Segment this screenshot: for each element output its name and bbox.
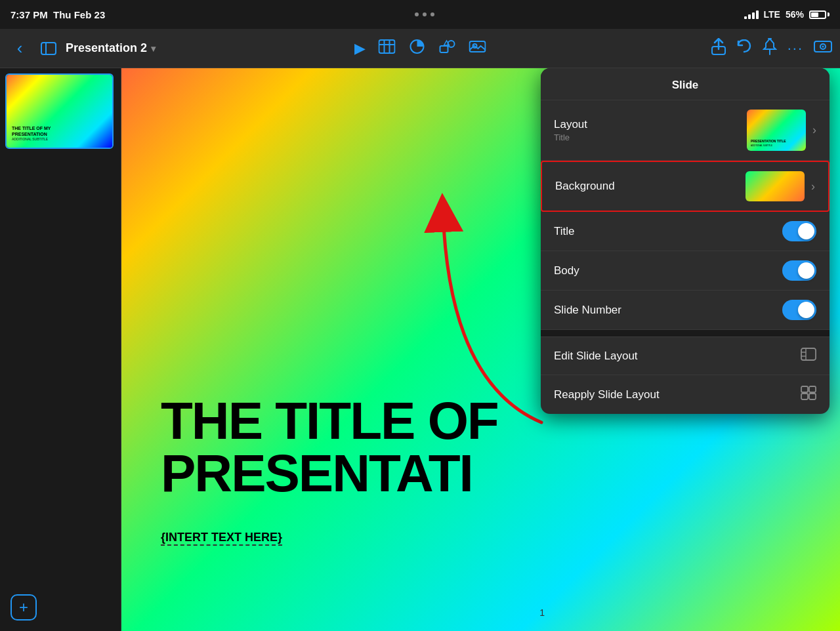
slide-thumb-title-text: THE TITLE OF MYPRESENTATION ADDITIONAL S… (12, 126, 51, 141)
canvas-page-number: 1 (539, 607, 545, 618)
status-right: LTE 56% (744, 9, 830, 20)
back-button[interactable]: ‹ (8, 37, 32, 60)
slide-thumb-subtitle-text: ADDITIONAL SUBTITLE (12, 137, 51, 141)
status-time-date: 7:37 PM Thu Feb 23 (10, 9, 105, 20)
layout-label: Layout (554, 118, 587, 131)
status-bar: 7:37 PM Thu Feb 23 LTE 56% (0, 0, 840, 29)
lte-label: LTE (764, 9, 780, 20)
body-toggle-knob (798, 262, 814, 279)
inspector-title: Slide (672, 79, 699, 91)
layout-sublabel: Title (554, 132, 587, 142)
toolbar-center-actions: ▶ (354, 39, 486, 58)
svg-point-16 (822, 46, 824, 48)
body-toggle-label: Body (554, 264, 579, 277)
dot3 (430, 12, 434, 16)
svg-rect-18 (801, 348, 816, 360)
inspector-section-gap (541, 330, 830, 336)
title-toggle[interactable] (782, 221, 816, 241)
background-row-right: › (746, 171, 815, 201)
title-text: Presentation 2 (66, 41, 147, 55)
slide-thumbnail-panel: THE TITLE OF MYPRESENTATION ADDITIONAL S… (0, 68, 121, 631)
signal-icon (744, 10, 759, 19)
table-button[interactable] (379, 39, 396, 58)
slide-thumb-background: THE TITLE OF MYPRESENTATION ADDITIONAL S… (7, 75, 112, 148)
slide-number-toggle[interactable] (782, 300, 816, 320)
dot2 (423, 12, 427, 16)
layout-thumbnail: PRESENTATION TITLEADDITIONAL SUBTITLE (747, 110, 806, 151)
chart-button[interactable] (409, 39, 426, 58)
battery-tip (828, 12, 830, 16)
edit-slide-layout-icon (801, 348, 816, 364)
title-chevron-icon: ▾ (151, 43, 156, 54)
shapes-button[interactable] (439, 39, 456, 58)
layout-chevron-icon: › (812, 123, 816, 137)
svg-rect-0 (41, 43, 56, 54)
svg-rect-9 (470, 41, 486, 52)
body-toggle[interactable] (782, 260, 816, 281)
title-toggle-label: Title (554, 225, 575, 238)
battery-fill (811, 12, 818, 17)
toolbar: ‹ Presentation 2 ▾ ▶ (0, 29, 840, 68)
body-toggle-row[interactable]: Body (541, 251, 830, 291)
background-thumbnail (746, 171, 805, 201)
battery-percentage: 56% (786, 9, 804, 20)
reapply-slide-layout-label: Reapply Slide Layout (554, 388, 660, 401)
reapply-slide-layout-icon (801, 386, 816, 403)
canvas-title: THE TITLE OFPRESENTATI (161, 395, 498, 500)
signal-bar-1 (744, 16, 747, 19)
status-center-dots (415, 12, 434, 16)
add-slide-button[interactable]: + (10, 594, 37, 621)
edit-slide-layout-row[interactable]: Edit Slide Layout (541, 336, 830, 375)
signal-bar-4 (756, 10, 759, 19)
more-button[interactable]: ··· (788, 40, 803, 57)
svg-rect-22 (801, 386, 808, 392)
svg-rect-7 (440, 46, 448, 52)
background-row[interactable]: Background › (541, 161, 830, 212)
inspector-header: Slide (541, 68, 830, 100)
svg-rect-24 (801, 394, 808, 399)
svg-rect-23 (809, 386, 816, 392)
layout-label-group: Layout Title (554, 118, 587, 142)
svg-rect-25 (809, 394, 816, 399)
edit-slide-layout-label: Edit Slide Layout (554, 350, 638, 363)
play-button[interactable]: ▶ (354, 40, 366, 57)
inspector-panel: Slide Layout Title PRESENTATION TITLEADD… (541, 68, 830, 414)
sidebar-toggle-button[interactable] (37, 37, 60, 60)
battery-icon (809, 10, 830, 19)
view-options-button[interactable] (814, 39, 832, 57)
layout-thumb-text: PRESENTATION TITLEADDITIONAL SUBTITLE (751, 139, 786, 147)
svg-rect-2 (379, 40, 395, 53)
layout-row-right: PRESENTATION TITLEADDITIONAL SUBTITLE › (747, 110, 816, 151)
background-label: Background (555, 180, 615, 193)
background-chevron-icon: › (811, 180, 815, 193)
share-button[interactable] (711, 38, 726, 58)
signal-bar-3 (752, 12, 755, 19)
slide-1-thumbnail[interactable]: THE TITLE OF MYPRESENTATION ADDITIONAL S… (5, 73, 114, 149)
slide-number-toggle-label: Slide Number (554, 304, 621, 317)
slide-number-toggle-knob (798, 302, 814, 318)
pin-button[interactable] (763, 38, 777, 58)
undo-button[interactable] (736, 39, 752, 57)
battery-body (809, 10, 826, 19)
signal-bar-2 (748, 14, 751, 19)
title-toggle-row[interactable]: Title (541, 212, 830, 251)
title-toggle-knob (798, 223, 814, 239)
media-button[interactable] (469, 39, 486, 58)
layout-row[interactable]: Layout Title PRESENTATION TITLEADDITIONA… (541, 100, 830, 161)
slide-number-toggle-row[interactable]: Slide Number (541, 291, 830, 330)
dot1 (415, 12, 419, 16)
toolbar-right-actions: ··· (711, 38, 832, 58)
reapply-slide-layout-row[interactable]: Reapply Slide Layout (541, 375, 830, 414)
canvas-subtitle: {INTERT TEXT HERE} (161, 531, 282, 546)
